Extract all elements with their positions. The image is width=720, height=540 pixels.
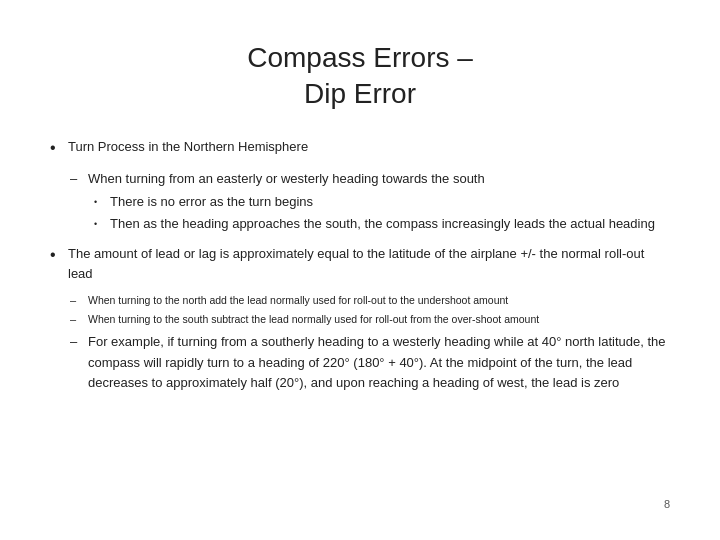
slide: Compass Errors – Dip Error • Turn Proces… <box>0 0 720 540</box>
content-area: • Turn Process in the Northern Hemispher… <box>50 137 670 494</box>
bullet-2-sub1: – When turning to the north add the lead… <box>70 292 670 309</box>
bullet-2: • The amount of lead or lag is approxima… <box>50 244 670 284</box>
bullet-1-sub1-text: When turning from an easterly or westerl… <box>88 169 670 189</box>
bullet-1-sub1-dash: – <box>70 169 88 189</box>
bullet-1-sub1-sub2-dot: • <box>94 218 110 232</box>
bullet-2-sub1-text: When turning to the north add the lead n… <box>88 292 670 308</box>
bullet-1-sub1-sub2: • Then as the heading approaches the sou… <box>94 214 670 234</box>
bullet-1-sub1-sub2-text: Then as the heading approaches the south… <box>110 214 670 234</box>
bullet-2-sub2: – When turning to the south subtract the… <box>70 311 670 328</box>
bullet-2-sub3-text: For example, if turning from a southerly… <box>88 332 670 392</box>
page-number: 8 <box>50 494 670 510</box>
bullet-2-dot: • <box>50 243 68 268</box>
bullet-1-dot: • <box>50 136 68 161</box>
bullet-2-sub3-dash: – <box>70 332 88 352</box>
title-line2: Dip Error <box>304 78 416 109</box>
bullet-2-text: The amount of lead or lag is approximate… <box>68 244 670 284</box>
bullet-1-sub1-sub1: • There is no error as the turn begins <box>94 192 670 212</box>
bullet-1: • Turn Process in the Northern Hemispher… <box>50 137 670 161</box>
slide-title: Compass Errors – Dip Error <box>50 40 670 113</box>
bullet-2-sub1-dash: – <box>70 292 88 309</box>
bullet-2-sub3: – For example, if turning from a souther… <box>70 332 670 392</box>
bullet-1-sub1-sub1-text: There is no error as the turn begins <box>110 192 670 212</box>
bullet-1-sub1: – When turning from an easterly or weste… <box>70 169 670 189</box>
bullet-2-sub2-text: When turning to the south subtract the l… <box>88 311 670 327</box>
bullet-1-text: Turn Process in the Northern Hemisphere <box>68 137 670 157</box>
bullet-2-sub2-dash: – <box>70 311 88 328</box>
bullet-1-sub1-sub1-dot: • <box>94 196 110 210</box>
title-line1: Compass Errors – <box>247 42 473 73</box>
